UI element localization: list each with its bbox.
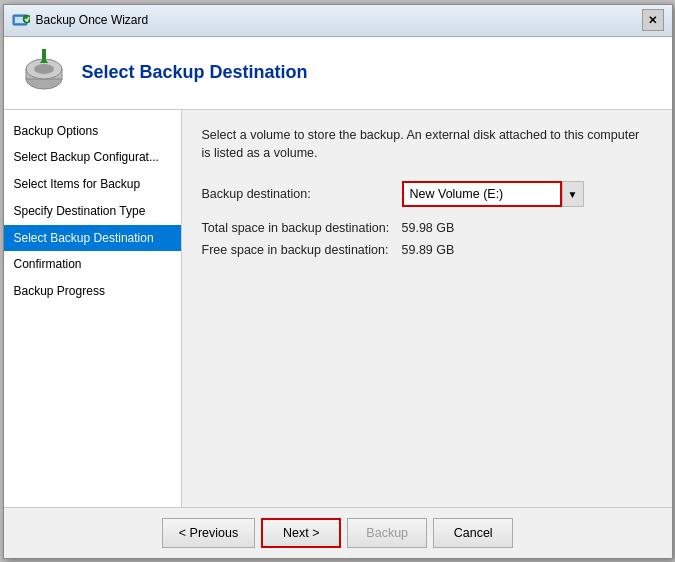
sidebar-item-select-backup-dest[interactable]: Select Backup Destination — [4, 225, 181, 252]
free-space-label: Free space in backup destination: — [202, 243, 402, 257]
sidebar-item-select-items[interactable]: Select Items for Backup — [4, 171, 181, 198]
total-space-label: Total space in backup destination: — [202, 221, 402, 235]
previous-button[interactable]: < Previous — [162, 518, 255, 548]
total-space-row: Total space in backup destination: 59.98… — [202, 221, 652, 235]
sidebar-item-confirmation[interactable]: Confirmation — [4, 251, 181, 278]
cancel-button[interactable]: Cancel — [433, 518, 513, 548]
page-title: Select Backup Destination — [82, 62, 308, 83]
next-button[interactable]: Next > — [261, 518, 341, 548]
sidebar-item-specify-destination[interactable]: Specify Destination Type — [4, 198, 181, 225]
content-area: Select a volume to store the backup. An … — [182, 110, 672, 507]
destination-dropdown-value: New Volume (E:) — [410, 187, 504, 201]
svg-point-6 — [34, 64, 54, 74]
title-bar-text: Backup Once Wizard — [36, 13, 642, 27]
wizard-window: Backup Once Wizard ✕ Select Backup Desti… — [3, 4, 673, 559]
free-space-row: Free space in backup destination: 59.89 … — [202, 243, 652, 257]
svg-rect-8 — [42, 49, 46, 59]
destination-dropdown[interactable]: New Volume (E:) — [402, 181, 562, 207]
close-button[interactable]: ✕ — [642, 9, 664, 31]
footer: < Previous Next > Backup Cancel — [4, 507, 672, 558]
total-space-value: 59.98 GB — [402, 221, 455, 235]
backup-button[interactable]: Backup — [347, 518, 427, 548]
sidebar: Backup Options Select Backup Configurat.… — [4, 110, 182, 507]
backup-icon — [20, 49, 68, 97]
backup-destination-row: Backup destination: New Volume (E:) ▼ — [202, 181, 652, 207]
title-bar: Backup Once Wizard ✕ — [4, 5, 672, 37]
main-content: Backup Options Select Backup Configurat.… — [4, 110, 672, 507]
sidebar-item-backup-options[interactable]: Backup Options — [4, 118, 181, 145]
destination-dropdown-wrapper[interactable]: New Volume (E:) ▼ — [402, 181, 652, 207]
app-icon — [12, 11, 30, 29]
svg-point-2 — [23, 15, 30, 23]
free-space-value: 59.89 GB — [402, 243, 455, 257]
sidebar-item-backup-progress[interactable]: Backup Progress — [4, 278, 181, 305]
backup-destination-label: Backup destination: — [202, 187, 402, 201]
header-section: Select Backup Destination — [4, 37, 672, 110]
dropdown-arrow-icon[interactable]: ▼ — [562, 181, 584, 207]
sidebar-item-select-backup-config[interactable]: Select Backup Configurat... — [4, 144, 181, 171]
description-text: Select a volume to store the backup. An … — [202, 126, 652, 164]
